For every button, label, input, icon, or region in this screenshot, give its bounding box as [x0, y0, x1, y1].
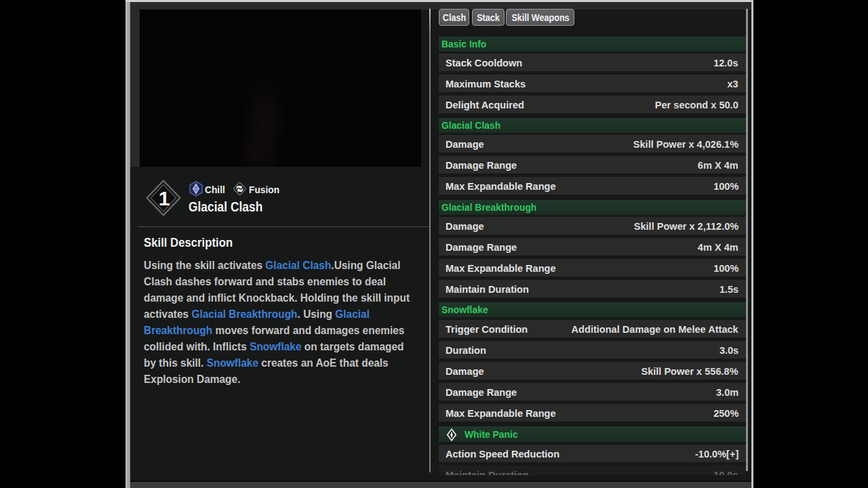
- svg-text:1: 1: [159, 187, 170, 209]
